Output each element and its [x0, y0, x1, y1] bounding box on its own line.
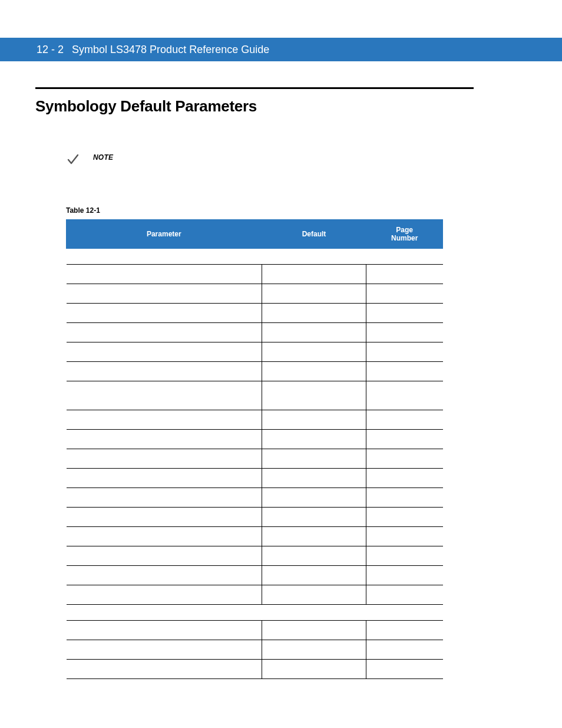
cell-default: Enable [262, 640, 366, 660]
cell-parameter: Transmit UPC-E Check Digit [67, 449, 262, 469]
section-rule [35, 87, 474, 89]
table-row: UCC/EAN-128Enable12-22 [67, 640, 443, 660]
cell-page: 12-13 [366, 430, 443, 449]
cell-parameter: UCC/EAN-128 [67, 640, 262, 660]
table-row: Transmit UPC-E Check DigitEnable12-13 [67, 449, 443, 469]
cell-parameter: Transmit UPC-E1 Check Digit [67, 469, 262, 488]
cell-page: 12-21 [366, 621, 443, 640]
table-row: UPC-E PreambleSystem Character12-16 [67, 508, 443, 527]
cell-page: 12-16 [366, 508, 443, 527]
cell-page: 12-15 [366, 488, 443, 508]
cell-default: System Character [262, 527, 366, 546]
cell-parameter: EAN-8/JAN 8 [67, 323, 262, 342]
table-row: Decode UPC/EAN/JAN Supplementals (2 and … [67, 381, 443, 410]
cell-default: Enable [262, 430, 366, 449]
cell-parameter: UPC-E [67, 284, 262, 304]
cell-parameter: UPC-E1 Preamble [67, 527, 262, 546]
cell-parameter: UPC-E Preamble [67, 508, 262, 527]
note-label: NOTE [93, 152, 113, 162]
table-caption: Table 12-1 [66, 206, 474, 215]
cell-page: 12-19 [366, 566, 443, 585]
cell-parameter: Transmit UPC-A Check Digit [67, 430, 262, 449]
cell-default: 7 [262, 410, 366, 430]
cell-page: 12-12 [366, 410, 443, 430]
table-row: EAN-13/JAN 13Enable12-8 [67, 342, 443, 362]
cell-page: 12-6 [366, 284, 443, 304]
cell-default: Enable [262, 449, 366, 469]
table-row: UPC-A PreambleSystem Character12-15 [67, 488, 443, 508]
cell-parameter: UPC-E1 [67, 304, 262, 323]
table-header-row: Parameter Default Page Number [67, 220, 443, 249]
cell-parameter: Convert UPC-E to A [67, 546, 262, 566]
section-title: Symbology Default Parameters [35, 97, 474, 116]
cell-parameter: UPC-A [67, 265, 262, 284]
header-bar: 12 - 2 Symbol LS3478 Product Reference G… [0, 38, 562, 61]
header-page-number: 12 - 2 [37, 44, 64, 56]
cell-page: 12-18 [366, 546, 443, 566]
table-row: Transmit UPC-A Check DigitEnable12-13 [67, 430, 443, 449]
cell-page: 12-22 [366, 640, 443, 660]
cell-page: 12-17 [366, 527, 443, 546]
cell-parameter: EAN-13/JAN 13 [67, 342, 262, 362]
table-group-cell: Code 128 [67, 605, 443, 621]
table-row: EAN-8/JAN 8Enable12-8 [67, 323, 443, 342]
cell-default: Enable [262, 323, 366, 342]
cell-default: System Character [262, 488, 366, 508]
cell-page: 12-13 [366, 449, 443, 469]
col-header-parameter: Parameter [67, 220, 262, 249]
cell-page: 12-10 [366, 381, 443, 410]
col-header-page-number: Page Number [366, 220, 443, 249]
table-row: Transmit UPC-E1 Check DigitEnable12-14 [67, 469, 443, 488]
header-doc-title: Symbol LS3478 Product Reference Guide [72, 44, 269, 56]
table-row: UPC-E1Disable12-7 [67, 304, 443, 323]
table-row: UPC-AEnable12-6 [67, 265, 443, 284]
table-row: Bookland EANDisable12-9 [67, 362, 443, 381]
cell-parameter: UPC-A Preamble [67, 488, 262, 508]
cell-default: Disable [262, 585, 366, 605]
parameter-table: Parameter Default Page Number UPC/EANUPC… [66, 219, 443, 679]
note-block: NOTE [66, 152, 474, 169]
table-row: ISBT 128Enable12-22 [67, 660, 443, 679]
table-row: Code 128Enable12-21 [67, 621, 443, 640]
col-header-page-line1: Page [396, 226, 413, 234]
table-group-row: UPC/EAN [67, 249, 443, 265]
table-group-row: Code 128 [67, 605, 443, 621]
cell-default: Enable [262, 284, 366, 304]
cell-default: Enable [262, 621, 366, 640]
cell-page: 12-8 [366, 323, 443, 342]
cell-page: 12-22 [366, 660, 443, 679]
cell-parameter: Decode UPC/EAN/JAN Supplementals (2 and … [67, 381, 262, 410]
cell-default: System Character [262, 508, 366, 527]
cell-page: 12-9 [366, 362, 443, 381]
cell-page: 12-7 [366, 304, 443, 323]
cell-default: Disable [262, 304, 366, 323]
table-row: Convert UPC-E to ADisable12-18 [67, 546, 443, 566]
cell-page: 12-20 [366, 585, 443, 605]
table-row: EAN-8/JAN-8 ExtendDisable12-20 [67, 585, 443, 605]
cell-default: Disable [262, 566, 366, 585]
cell-parameter: Bookland EAN [67, 362, 262, 381]
cell-default: Enable [262, 469, 366, 488]
cell-default: Disable [262, 362, 366, 381]
table-row: UPC-E1 PreambleSystem Character12-17 [67, 527, 443, 546]
cell-default: Enable [262, 342, 366, 362]
table-group-cell: UPC/EAN [67, 249, 443, 265]
table-row: UPC/EAN/JAN Supplemental Redundancy712-1… [67, 410, 443, 430]
cell-page: 12-6 [366, 265, 443, 284]
cell-parameter: EAN-8/JAN-8 Extend [67, 585, 262, 605]
cell-parameter: Code 128 [67, 621, 262, 640]
col-header-page-line2: Number [391, 234, 418, 242]
content-area: Symbology Default Parameters NOTE Table … [35, 87, 474, 679]
cell-parameter: ISBT 128 [67, 660, 262, 679]
page: 12 - 2 Symbol LS3478 Product Reference G… [0, 0, 562, 728]
table-row: Convert UPC-E1 to ADisable12-19 [67, 566, 443, 585]
cell-parameter: UPC/EAN/JAN Supplemental Redundancy [67, 410, 262, 430]
cell-default: Ignore [262, 381, 366, 410]
cell-parameter: Convert UPC-E1 to A [67, 566, 262, 585]
cell-default: Enable [262, 265, 366, 284]
cell-page: 12-14 [366, 469, 443, 488]
table-row: UPC-EEnable12-6 [67, 284, 443, 304]
checkmark-icon [66, 152, 80, 169]
cell-default: Disable [262, 546, 366, 566]
cell-default: Enable [262, 660, 366, 679]
